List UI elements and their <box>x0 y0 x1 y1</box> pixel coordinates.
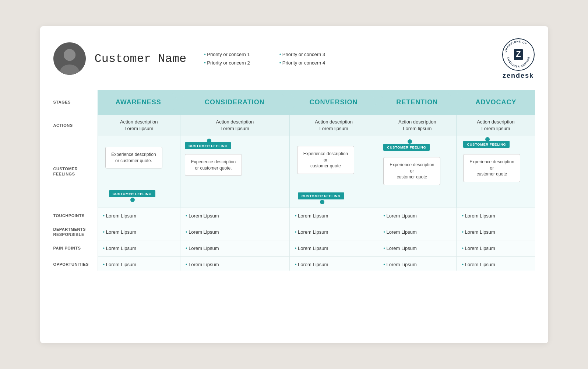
departments-cell-0: Lorem Lipsum <box>98 224 180 240</box>
pain-points-cell-0: Lorem Lipsum <box>98 240 180 256</box>
pain-points-cell-4: Lorem Lipsum <box>456 240 535 256</box>
feelings-label-cell: CUSTOMERFEELINGS <box>53 136 98 208</box>
departments-cell-4: Lorem Lipsum <box>456 224 535 240</box>
action-cell-3: Action description Lorem lipsum <box>378 115 456 136</box>
opportunities-cell-2: Lorem Lipsum <box>289 256 378 271</box>
feelings-label: CUSTOMERFEELINGS <box>53 166 93 177</box>
pain-points-item-0: Lorem Lipsum <box>103 246 175 251</box>
departments-item-1: Lorem Lipsum <box>186 229 284 235</box>
priority-item-4: Priority or concern 4 <box>279 60 325 66</box>
feeling-label-2: CUSTOMER FEELING <box>298 192 344 199</box>
departments-cell-3: Lorem Lipsum <box>378 224 456 240</box>
priority-item-2: Priority or concern 2 <box>204 60 250 66</box>
departments-item-3: Lorem Lipsum <box>383 229 451 235</box>
pain-points-label: PAIN POINTS <box>53 246 93 251</box>
departments-item-4: Lorem Lipsum <box>462 229 529 235</box>
feelings-content-4: CUSTOMER FEELING Experience description … <box>456 136 535 208</box>
opportunities-item-0: Lorem Lipsum <box>103 262 175 267</box>
svg-text:Z: Z <box>516 49 521 59</box>
opportunities-item-1: Lorem Lipsum <box>186 262 284 267</box>
feelings-content-0: Experience descriptionor customer quote.… <box>98 136 180 208</box>
feelings-cell-0: Experience descriptionor customer quote.… <box>98 136 180 208</box>
departments-label: DEPARTMENTSRESPONSIBLE <box>53 227 93 237</box>
priority-col-1: Priority or concern 1 Priority or concer… <box>204 52 250 66</box>
pain-points-item-1: Lorem Lipsum <box>186 246 284 251</box>
feelings-cell-1: CUSTOMER FEELING Experience descriptiono… <box>180 136 289 208</box>
pain-points-label-cell: PAIN POINTS <box>53 240 98 256</box>
pain-points-row: PAIN POINTS Lorem Lipsum Lorem Lipsum Lo… <box>53 240 535 256</box>
touchpoints-cell-4: Lorem Lipsum <box>456 208 535 224</box>
priority-col-2: Priority or concern 3 Priority or concer… <box>279 52 325 66</box>
feeling-dot-1 <box>207 139 211 143</box>
touchpoints-label-cell: TOUCHPOINTS <box>53 208 98 224</box>
zendesk-name: zendesk <box>503 72 534 80</box>
feelings-content-1: CUSTOMER FEELING Experience descriptiono… <box>180 136 289 208</box>
stage-arrow-awareness: AWARENESS <box>98 93 179 112</box>
pain-points-item-4: Lorem Lipsum <box>462 246 529 251</box>
feelings-cell-4: CUSTOMER FEELING Experience description … <box>456 136 535 208</box>
feeling-dot-0 <box>130 198 135 202</box>
stage-cell-conversion: CONVERSION <box>289 90 378 115</box>
touchpoints-row: TOUCHPOINTS Lorem Lipsum Lorem Lipsum Lo… <box>53 208 535 224</box>
opportunities-cell-4: Lorem Lipsum <box>456 256 535 271</box>
feeling-quote-1: Experience descriptionor customer quote. <box>185 154 242 176</box>
opportunities-item-4: Lorem Lipsum <box>462 262 529 267</box>
actions-label-cell: ACTIONS <box>53 115 98 136</box>
zendesk-badge: CHAMPIONS OF CUSTOMER SERVICE Z zendesk <box>502 38 535 80</box>
stage-cell-consideration: CONSIDERATION <box>180 90 289 115</box>
action-cell-4: Action description Lorem lipsum <box>456 115 535 136</box>
opportunities-item-2: Lorem Lipsum <box>295 262 373 267</box>
priorities-section: Priority or concern 1 Priority or concer… <box>204 52 501 66</box>
feelings-content-2: Experience description orcustomer quote … <box>289 136 378 208</box>
priority-item-3: Priority or concern 3 <box>279 52 325 57</box>
actions-row: ACTIONS Action description Lorem lipsum … <box>53 115 535 136</box>
stage-cell-awareness: AWARENESS <box>98 90 180 115</box>
touchpoints-cell-1: Lorem Lipsum <box>180 208 289 224</box>
stage-cell-advocacy: ADVOCACY <box>456 90 535 115</box>
stage-arrow-advocacy: ADVOCACY <box>457 93 535 112</box>
feelings-cell-2: Experience description orcustomer quote … <box>289 136 378 208</box>
departments-item-2: Lorem Lipsum <box>295 229 373 235</box>
stage-arrow-conversion: CONVERSION <box>290 93 377 112</box>
action-cell-0: Action description Lorem lipsum <box>98 115 180 136</box>
stage-arrow-retention: RETENTION <box>378 93 455 112</box>
journey-map: STAGES AWARENESS CONSIDERATION CONVERSIO… <box>53 90 535 271</box>
feeling-dot-3 <box>408 139 412 144</box>
actions-label: ACTIONS <box>53 123 93 128</box>
opportunities-label-cell: OPPORTUNITIES <box>53 256 98 271</box>
pain-points-cell-1: Lorem Lipsum <box>180 240 289 256</box>
departments-item-0: Lorem Lipsum <box>103 229 175 235</box>
opportunities-item-3: Lorem Lipsum <box>383 262 451 267</box>
touchpoints-item-0: Lorem Lipsum <box>103 213 175 219</box>
svg-point-3 <box>64 49 75 61</box>
touchpoints-item-4: Lorem Lipsum <box>462 213 529 219</box>
departments-row: DEPARTMENTSRESPONSIBLE Lorem Lipsum Lore… <box>53 224 535 240</box>
pain-points-item-3: Lorem Lipsum <box>383 246 451 251</box>
stages-label-cell: STAGES <box>53 90 98 115</box>
departments-cell-1: Lorem Lipsum <box>180 224 289 240</box>
priority-item-1: Priority or concern 1 <box>204 52 250 57</box>
touchpoints-cell-2: Lorem Lipsum <box>289 208 378 224</box>
feeling-quote-3: Experience description orcustomer quote <box>383 157 440 185</box>
feeling-dot-2 <box>320 200 324 204</box>
stages-label: STAGES <box>53 100 97 105</box>
feeling-quote-4: Experience description orcustomer quote <box>463 154 520 182</box>
header: Customer Name Priority or concern 1 Prio… <box>53 38 535 80</box>
touchpoints-cell-3: Lorem Lipsum <box>378 208 456 224</box>
touchpoints-cell-0: Lorem Lipsum <box>98 208 180 224</box>
pain-points-cell-3: Lorem Lipsum <box>378 240 456 256</box>
stage-cell-retention: RETENTION <box>378 90 456 115</box>
feeling-label-3: CUSTOMER FEELING <box>383 144 430 151</box>
touchpoints-item-3: Lorem Lipsum <box>383 213 451 219</box>
touchpoints-label: TOUCHPOINTS <box>53 213 93 218</box>
action-cell-1: Action description Lorem lipsum <box>180 115 289 136</box>
touchpoints-item-2: Lorem Lipsum <box>295 213 373 219</box>
feeling-label-4: CUSTOMER FEELING <box>463 141 510 148</box>
main-card: Customer Name Priority or concern 1 Prio… <box>40 26 548 343</box>
stage-arrow-consideration: CONSIDERATION <box>181 93 289 112</box>
departments-label-cell: DEPARTMENTSRESPONSIBLE <box>53 224 98 240</box>
pain-points-item-2: Lorem Lipsum <box>295 246 373 251</box>
opportunities-cell-1: Lorem Lipsum <box>180 256 289 271</box>
feeling-label-1: CUSTOMER FEELING <box>185 142 231 149</box>
departments-cell-2: Lorem Lipsum <box>289 224 378 240</box>
